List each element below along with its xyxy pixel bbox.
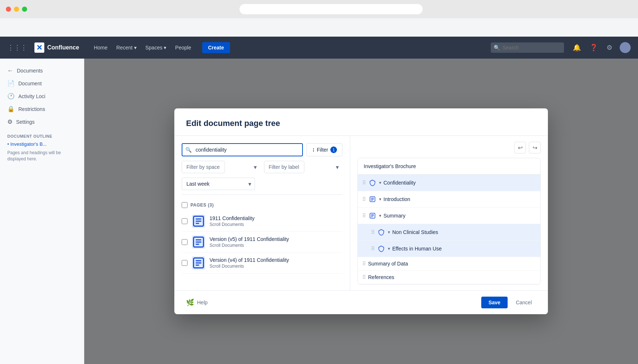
save-button[interactable]: Save	[481, 297, 508, 308]
page-icon-1	[192, 235, 205, 249]
lock-icon: 🔒	[7, 105, 15, 112]
page-icon-2	[192, 256, 205, 270]
drag-handle-0[interactable]: ⠿	[362, 180, 366, 186]
search-wrap: 🔍	[491, 42, 564, 53]
filter-badge: 1	[330, 146, 337, 153]
tree-label-summary: Summary	[383, 213, 536, 219]
tree-chevron-1[interactable]: ▾	[379, 197, 381, 202]
sidebar-item-restrictions[interactable]: 🔒 Restrictions	[0, 103, 84, 115]
sidebar-activity-label: Activity Loci	[18, 93, 45, 99]
pages-list: PAGES (3)	[182, 199, 342, 283]
help-link[interactable]: 🌿 Help	[186, 298, 208, 307]
page-checkbox-2[interactable]	[182, 260, 188, 266]
drag-handle-1[interactable]: ⠿	[362, 196, 366, 202]
tree-item-icon-2	[368, 211, 377, 220]
tree-item-icon-1	[368, 195, 377, 204]
tree-chevron-4[interactable]: ▾	[388, 246, 390, 251]
help-icon[interactable]: ❓	[588, 42, 599, 53]
traffic-light-green[interactable]	[22, 7, 27, 12]
tree-item-references[interactable]: ⠿ References	[358, 271, 540, 284]
page-name-0: 1911 Confidentiality	[209, 215, 342, 221]
tree-item-summary[interactable]: ⠿ ▾	[358, 208, 540, 224]
date-filter-select[interactable]: Last week	[182, 178, 255, 190]
sidebar-item-settings[interactable]: ⚙ Settings	[0, 115, 84, 128]
page-sub-2: Scroll Documents	[209, 264, 342, 269]
right-panel: ↩ ↪ Investigator's Brochure ⠿	[350, 136, 548, 290]
filter-by-label-select[interactable]: Filter by label	[264, 161, 304, 173]
page-item-2: Version (v4) of 1911 Confidentiality Scr…	[182, 253, 342, 274]
browser-url-bar[interactable]	[240, 4, 423, 14]
filter-button[interactable]: ⫶ Filter 1	[307, 143, 342, 156]
create-button[interactable]: Create	[202, 42, 230, 53]
undo-button[interactable]: ↩	[514, 142, 526, 153]
page-name-1: Version (v5) of 1911 Confidentiality	[209, 236, 342, 242]
tree-item-non-clinical[interactable]: ⠿ ▾ Non Clinical Studies	[358, 224, 540, 241]
page-sub-0: Scroll Documents	[209, 222, 342, 227]
pages-select-all-checkbox[interactable]	[182, 202, 188, 208]
modal-overlay: Edit document page tree 🔍 ⫶	[84, 59, 638, 364]
tree-body: ⠿ ▾ Confidentiality	[358, 175, 540, 284]
date-filter-wrap: Last week ▾	[182, 178, 255, 190]
filter-by-space-wrap: Filter by space ▾	[182, 161, 260, 173]
sidebar: ← Documents 📄 Document 🕐 Activity Loci 🔒…	[0, 59, 84, 364]
filter-icon: ⫶	[312, 147, 315, 153]
nav-home[interactable]: Home	[90, 42, 111, 53]
tree-item-summary-data[interactable]: ⠿ Summary of Data	[358, 257, 540, 271]
grid-icon[interactable]: ⋮⋮⋮	[7, 44, 27, 52]
nav-links: Home Recent ▾ Spaces ▾ People	[90, 42, 195, 53]
sidebar-item-documents[interactable]: ← Documents	[0, 64, 84, 77]
modal-title: Edit document page tree	[186, 119, 536, 128]
filters-row: Filter by space ▾ Filter by label ▾	[182, 161, 342, 173]
back-icon: ←	[7, 67, 13, 74]
modal-header: Edit document page tree	[174, 108, 548, 136]
page-sub-1: Scroll Documents	[209, 243, 342, 248]
sidebar-item-activity-loci[interactable]: 🕐 Activity Loci	[0, 90, 84, 103]
help-label: Help	[197, 300, 208, 305]
traffic-light-yellow[interactable]	[14, 7, 19, 12]
redo-button[interactable]: ↪	[529, 142, 541, 153]
top-nav: ⋮⋮⋮ ✕ Confluence Home Recent ▾ Spaces ▾ …	[0, 37, 638, 59]
filter-by-space-select[interactable]: Filter by space	[182, 161, 225, 173]
app-background: ⋮⋮⋮ ✕ Confluence Home Recent ▾ Spaces ▾ …	[0, 18, 638, 364]
tree-chevron-3[interactable]: ▾	[388, 230, 390, 235]
notifications-icon[interactable]: 🔔	[571, 42, 582, 53]
sidebar-item-document[interactable]: 📄 Document	[0, 77, 84, 90]
confluence-logo-icon: ✕	[34, 42, 44, 53]
tree-chevron-2[interactable]: ▾	[379, 213, 381, 218]
drag-handle-4[interactable]: ⠿	[371, 246, 375, 252]
main-content: Edit document page tree 🔍 ⫶	[84, 59, 638, 364]
search-input-field[interactable]	[182, 143, 303, 156]
cancel-button[interactable]: Cancel	[511, 297, 536, 308]
drag-handle-5[interactable]: ⠿	[362, 261, 366, 267]
user-avatar[interactable]	[620, 42, 631, 53]
document-outline-label: DOCUMENT OUTLINE	[0, 128, 84, 140]
page-name-2: Version (v4) of 1911 Confidentiality	[209, 257, 342, 263]
footer-actions: Save Cancel	[481, 297, 536, 308]
sidebar-restrictions-label: Restrictions	[18, 106, 45, 112]
filter-label: Filter	[317, 147, 328, 153]
page-checkbox-1[interactable]	[182, 239, 188, 245]
traffic-light-red[interactable]	[6, 7, 11, 12]
tree-label-summary-data: Summary of Data	[368, 261, 536, 267]
drag-handle-2[interactable]: ⠿	[362, 213, 366, 219]
pages-list-header: PAGES (3)	[182, 199, 342, 211]
nav-spaces[interactable]: Spaces ▾	[142, 42, 170, 53]
page-checkbox-0[interactable]	[182, 218, 188, 224]
nav-logo[interactable]: ✕ Confluence	[34, 42, 79, 53]
nav-recent[interactable]: Recent ▾	[112, 42, 140, 53]
nav-people[interactable]: People	[171, 42, 195, 53]
doc-outline-item[interactable]: • Investigator's B...	[0, 140, 84, 148]
settings-icon[interactable]: ⚙	[605, 42, 614, 53]
doc-outline-desc: Pages and headings will be displayed her…	[0, 148, 84, 164]
search-input[interactable]	[491, 42, 564, 53]
sidebar-settings-label: Settings	[16, 119, 35, 125]
tree-item-icon-0	[368, 178, 377, 187]
tree-item-effects[interactable]: ⠿ ▾ Effects in Human Use	[358, 241, 540, 257]
tree-item-introduction[interactable]: ⠿ ▾	[358, 191, 540, 208]
tree-item-confidentiality[interactable]: ⠿ ▾ Confidentiality	[358, 175, 540, 191]
drag-handle-6[interactable]: ⠿	[362, 274, 366, 280]
drag-handle-3[interactable]: ⠿	[371, 229, 375, 235]
filter-by-label-wrap: Filter by label ▾	[264, 161, 343, 173]
tree-chevron-0[interactable]: ▾	[379, 180, 381, 185]
tree-label-non-clinical: Non Clinical Studies	[392, 229, 536, 235]
